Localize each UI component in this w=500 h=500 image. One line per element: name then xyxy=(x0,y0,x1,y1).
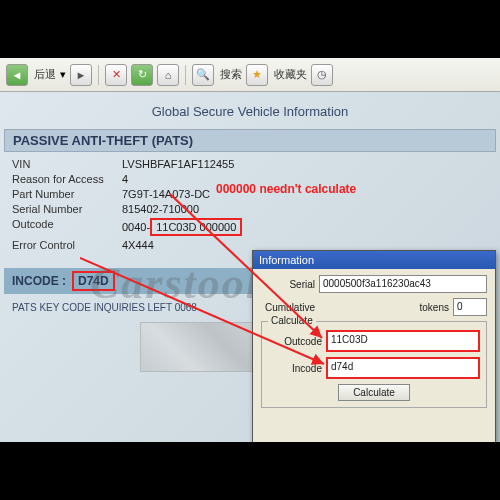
vin-value: LVSHBFAF1AF112455 xyxy=(122,158,234,170)
popup-tokens-input[interactable]: 0 xyxy=(453,298,487,316)
forward-button[interactable]: ► xyxy=(70,64,92,86)
calculate-button[interactable]: Calculate xyxy=(338,384,410,401)
favorites-icon[interactable]: ★ xyxy=(246,64,268,86)
info-grid: VINLVSHBFAF1AF112455 Reason for Access4 … xyxy=(4,152,496,260)
vin-label: VIN xyxy=(12,158,122,170)
serial-label: Serial Number xyxy=(12,203,122,215)
back-label: 后退 xyxy=(34,67,56,82)
part-value: 7G9T-14A073-DC xyxy=(122,188,210,200)
error-value: 4X444 xyxy=(122,239,154,251)
home-button[interactable]: ⌂ xyxy=(157,64,179,86)
popup-incode-label: Incode xyxy=(268,363,322,374)
search-icon[interactable]: 🔍 xyxy=(192,64,214,86)
dropdown-arrow[interactable]: ▾ xyxy=(60,68,66,81)
popup-cumulative-label: Cumulative xyxy=(261,302,315,313)
back-button[interactable]: ◄ xyxy=(6,64,28,86)
reason-value: 4 xyxy=(122,173,128,185)
history-icon[interactable]: ◷ xyxy=(311,64,333,86)
serial-value: 815402-710000 xyxy=(122,203,199,215)
popup-tokens-label: tokens xyxy=(420,302,449,313)
page-title: Global Secure Vehicle Information xyxy=(4,98,496,129)
refresh-button[interactable]: ↻ xyxy=(131,64,153,86)
incode-label: INCODE : xyxy=(12,274,66,288)
part-label: Part Number xyxy=(12,188,122,200)
calculator-popup: Information Serial 0000500f3a116230ac43 … xyxy=(252,250,496,442)
browser-toolbar: ◄ 后退 ▾ ► ✕ ↻ ⌂ 🔍 搜索 ★ 收藏夹 ◷ xyxy=(0,58,500,92)
search-label: 搜索 xyxy=(220,67,242,82)
incode-highlight: D74D xyxy=(72,271,115,291)
outcode-value: 0040-11C03D 000000 xyxy=(122,218,242,236)
popup-outcode-input[interactable]: 11C03D xyxy=(328,332,478,350)
outcode-label: Outcode xyxy=(12,218,122,236)
popup-incode-input[interactable]: d74d xyxy=(328,359,478,377)
favorites-label: 收藏夹 xyxy=(274,67,307,82)
calculate-legend: Calculate xyxy=(268,315,316,326)
popup-serial-label: Serial xyxy=(261,279,315,290)
popup-serial-input[interactable]: 0000500f3a116230ac43 xyxy=(319,275,487,293)
popup-outcode-label: Outcode xyxy=(268,336,322,347)
reason-label: Reason for Access xyxy=(12,173,122,185)
outcode-highlight: 11C03D 000000 xyxy=(150,218,242,236)
section-header: PASSIVE ANTI-THEFT (PATS) xyxy=(4,129,496,152)
annotation-text: 000000 needn't calculate xyxy=(216,182,356,196)
hologram-sticker xyxy=(140,322,260,372)
popup-title: Information xyxy=(253,251,495,269)
stop-button[interactable]: ✕ xyxy=(105,64,127,86)
calculate-fieldset: Calculate Outcode 11C03D Incode d74d Cal… xyxy=(261,321,487,408)
error-label: Error Control xyxy=(12,239,122,251)
